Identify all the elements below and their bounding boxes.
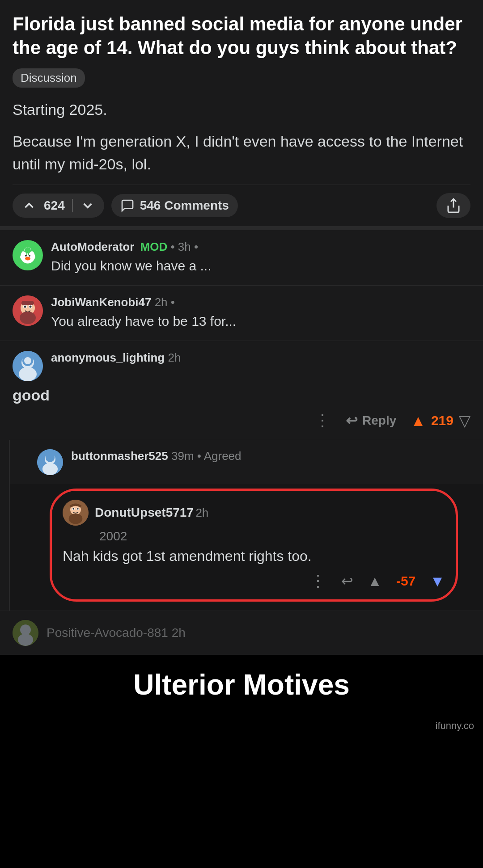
post-body-line2: Because I'm generation X, I didn't even … [13,130,470,176]
comment-separator: • [170,240,178,253]
mod-badge: MOD [140,240,168,253]
automoderator-text: Did you know we have a ... [51,257,470,275]
share-button[interactable] [436,193,470,218]
anonymous-username[interactable]: anonymous_lighting [51,351,165,364]
svg-point-32 [42,463,58,475]
anonymous-body: good [13,387,470,404]
svg-point-42 [20,624,31,635]
comments-count: 546 Comments [140,198,229,213]
jobi-text: You already have to be 13 for... [51,312,470,331]
post-body-line1: Starting 2025. [13,98,470,121]
section-separator [0,226,483,230]
nested-section: buttonmasher525 39m • Agreed [9,440,483,611]
comment-avocado: Positive-Avocado-881 2h [0,611,483,655]
ifunny-watermark: ifunny.co [436,720,474,732]
jobi-sep2: • [171,295,175,309]
comment-automoderator: AutoModerator MOD • 3h • Did you know we… [0,230,483,285]
comment-meta-automoderator: AutoModerator MOD • 3h • [51,240,470,254]
watermark-area: ifunny.co [0,719,483,737]
svg-point-3 [25,247,31,253]
avocado-time: 2h [172,626,186,640]
anonymous-upvote-icon[interactable]: ▲ [411,412,426,430]
avocado-text: Positive-Avocado-881 2h [47,626,186,640]
reply-button[interactable]: ↩ Reply [346,412,396,429]
buttonmasher-content: buttonmasher525 39m • Agreed [71,449,470,466]
comment-content-automoderator: AutoModerator MOD • 3h • Did you know we… [51,240,470,275]
comment-anonymous: anonymous_lighting 2h good ⋮ ↩ Reply ▲ 2… [0,341,483,440]
avatar-anonymous [13,351,43,381]
svg-point-40 [69,514,83,524]
svg-point-21 [24,306,26,308]
avatar-buttonmasher [37,449,63,475]
vote-divider [72,199,73,212]
jobi-username[interactable]: JobiWanKenobi47 [51,295,151,309]
svg-point-33 [46,453,55,462]
svg-rect-24 [21,301,34,305]
bottom-bar: Ulterior Motives [0,655,483,719]
anonymous-header: anonymous_lighting 2h [13,351,470,381]
donut-time-val: 2h [195,506,208,519]
anonymous-upvote-count: 219 [431,413,453,428]
svg-point-23 [20,312,36,324]
discussion-badge[interactable]: Discussion [13,68,85,88]
buttonmasher-text: Agreed [204,449,242,463]
avatar-jobi [13,295,43,326]
svg-point-38 [72,508,74,510]
comments-button[interactable]: 546 Comments [111,194,238,217]
donut-actions: ⋮ ↩ ▲ -57 ▼ [63,572,445,590]
svg-rect-12 [28,253,29,255]
donut-vote-count: -57 [396,573,415,589]
post-actions: 624 546 Comments [13,185,470,226]
automoderator-username[interactable]: AutoModerator [51,240,134,253]
avocado-username: Positive-Avocado-881 [47,626,168,640]
downvote-button[interactable] [80,198,95,213]
donut-username[interactable]: DonutUpset5717 [95,506,194,519]
anonymous-downvote-icon[interactable]: ▽ [459,412,470,430]
comments-section: AutoModerator MOD • 3h • Did you know we… [0,230,483,655]
post-body: Starting 2025. Because I'm generation X,… [13,98,470,176]
anonymous-time: 2h [168,351,181,364]
donut-reply-icon[interactable]: ↩ [341,573,353,590]
vote-container: 624 [13,194,104,218]
buttonmasher-meta: buttonmasher525 39m • Agreed [71,449,470,463]
svg-point-29 [24,357,31,364]
donut-meta: DonutUpset5717 2h [95,506,208,520]
avatar-avocado [13,620,38,646]
circled-comment-wrapper: DonutUpset5717 2h 2002 Nah kids got 1st … [10,489,483,611]
comment-separator2: • [194,240,198,253]
jobi-time: 2h [155,295,168,309]
comment-content-jobi: JobiWanKenobi47 2h • You already have to… [51,295,470,331]
vote-count: 624 [44,198,65,213]
comment-buttonmasher: buttonmasher525 39m • Agreed [10,440,483,484]
comment-jobi: JobiWanKenobi47 2h • You already have to… [0,285,483,341]
donut-upvote-icon[interactable]: ▲ [368,573,382,590]
avatar-donut [63,500,89,526]
svg-point-10 [25,257,30,261]
anonymous-meta: anonymous_lighting 2h [51,351,470,367]
donut-downvote-icon[interactable]: ▼ [430,573,445,590]
anonymous-votes: ▲ 219 ▽ [411,412,470,430]
comment-meta-jobi: JobiWanKenobi47 2h • [51,295,470,309]
upvote-button[interactable] [21,198,37,213]
page-title: Ulterior Motives [18,668,465,701]
donut-more-icon[interactable]: ⋮ [310,572,327,590]
svg-point-39 [77,508,78,510]
more-options-icon[interactable]: ⋮ [314,411,331,430]
svg-point-27 [19,367,37,381]
buttonmasher-time: 39m [171,449,194,463]
circled-comment: DonutUpset5717 2h 2002 Nah kids got 1st … [50,489,458,602]
automoderator-time: 3h [178,240,191,253]
avatar-automoderator [13,240,43,270]
donut-header: DonutUpset5717 2h [63,500,445,526]
reply-label: Reply [362,413,396,428]
svg-rect-11 [26,253,27,255]
donut-text: Nah kids got 1st amendment rights too. [63,548,445,565]
buttonmasher-username[interactable]: buttonmasher525 [71,449,168,463]
reply-arrow-icon: ↩ [346,412,358,429]
svg-point-22 [30,306,32,308]
donut-sub: 2002 [63,529,445,544]
post-title: Florida just banned social media for any… [13,13,470,59]
anonymous-actions: ⋮ ↩ Reply ▲ 219 ▽ [13,411,470,430]
svg-point-43 [18,634,33,646]
